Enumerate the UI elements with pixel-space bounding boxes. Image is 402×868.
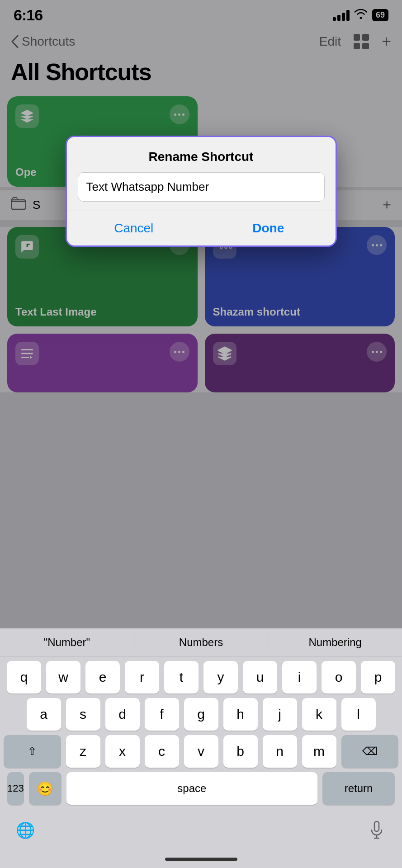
key-a[interactable]: a [27,698,61,731]
emoji-key[interactable]: 😊 [29,772,61,805]
key-o[interactable]: o [322,661,356,693]
key-m[interactable]: m [302,735,336,768]
return-key[interactable]: return [322,772,395,805]
key-j[interactable]: j [263,698,297,731]
keyboard-accessory-row: 🌐 [0,812,402,850]
shift-key[interactable]: ⇧ [4,735,61,768]
suggestion-number-quoted[interactable]: "Number" [0,632,134,653]
key-w[interactable]: w [46,661,80,693]
svg-rect-6 [374,821,379,831]
key-d[interactable]: d [105,698,140,731]
key-c[interactable]: c [145,735,179,768]
rename-dialog: Rename Shortcut Cancel Done [66,136,337,247]
key-z[interactable]: z [66,735,100,768]
backspace-key[interactable]: ⌫ [341,735,399,768]
key-p[interactable]: p [361,661,395,693]
globe-key[interactable]: 🌐 [9,814,42,846]
key-x[interactable]: x [105,735,140,768]
keyboard-row-3: ⇧ z x c v b n m ⌫ [0,731,402,768]
cancel-button[interactable]: Cancel [67,211,202,245]
key-n[interactable]: n [263,735,297,768]
key-g[interactable]: g [184,698,218,731]
space-key[interactable]: space [66,772,317,805]
key-b[interactable]: b [223,735,258,768]
key-e[interactable]: e [85,661,120,693]
key-h[interactable]: h [223,698,258,731]
keyboard-row-1: q w e r t y u i o p [0,656,402,693]
key-u[interactable]: u [243,661,277,693]
number-switch-key[interactable]: 123 [7,772,24,805]
key-t[interactable]: t [164,661,199,693]
rename-input[interactable] [78,172,325,202]
home-bar [165,858,237,861]
suggestion-numbers[interactable]: Numbers [134,632,269,653]
key-i[interactable]: i [282,661,317,693]
key-l[interactable]: l [341,698,376,731]
keyboard-bottom-row: 123 😊 space return [0,768,402,812]
dialog-buttons: Cancel Done [67,211,336,245]
home-indicator [0,850,402,868]
mic-key[interactable] [360,814,393,846]
dialog-input-wrap [67,172,336,211]
suggestion-numbering[interactable]: Numbering [268,632,402,653]
keyboard: "Number" Numbers Numbering q w e r t y u… [0,628,402,868]
key-k[interactable]: k [302,698,336,731]
key-y[interactable]: y [203,661,238,693]
keyboard-suggestions: "Number" Numbers Numbering [0,628,402,656]
done-button[interactable]: Done [201,211,336,245]
key-v[interactable]: v [184,735,218,768]
key-q[interactable]: q [7,661,41,693]
dialog-title: Rename Shortcut [67,137,336,172]
key-r[interactable]: r [125,661,159,693]
key-f[interactable]: f [145,698,179,731]
key-s[interactable]: s [66,698,100,731]
keyboard-row-2: a s d f g h j k l [0,693,402,731]
